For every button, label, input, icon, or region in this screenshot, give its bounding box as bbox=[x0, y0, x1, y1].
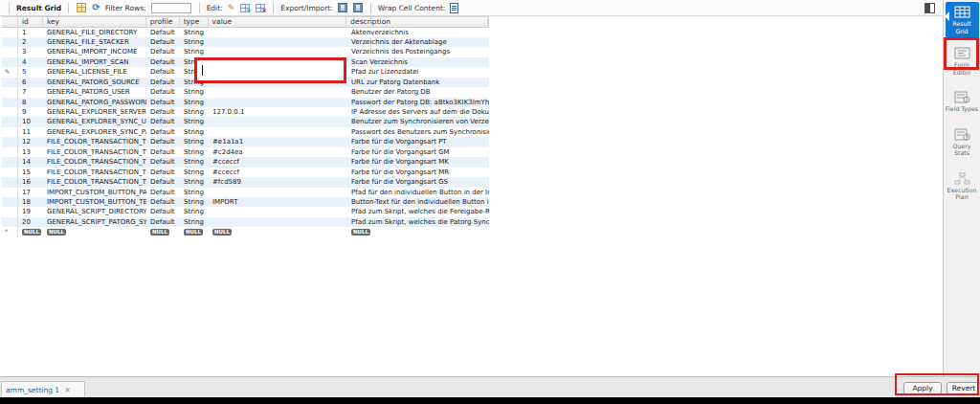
cell-key[interactable]: GENERAL_SCRIPT_PATORG_SYN... bbox=[43, 217, 146, 227]
cell-id[interactable]: 7 bbox=[18, 87, 43, 97]
cell-key[interactable]: FILE_COLOR_TRANSACTION_TY... bbox=[43, 177, 146, 187]
cell-type[interactable]: String bbox=[180, 137, 209, 146]
cell-profile[interactable]: Default bbox=[146, 117, 180, 126]
cell-description[interactable]: Verzeichnis der Aktenablage bbox=[347, 37, 489, 47]
cell-value[interactable]: #cceccf bbox=[209, 157, 347, 167]
cell-description[interactable]: Farbe für die Vorgangsart PT bbox=[347, 137, 489, 146]
cell-description[interactable]: Farbe für die Vorgangsart MR bbox=[347, 168, 489, 177]
table-row[interactable]: 9 GENERAL_EXPLORER_SERVER_IP Default Str… bbox=[2, 107, 489, 117]
cell-key[interactable]: GENERAL_PATORG_SOURCE bbox=[43, 78, 146, 87]
cell-profile[interactable]: Default bbox=[146, 127, 180, 137]
cell-description[interactable]: Benutzer zum Synchronisieren von Verzeic… bbox=[347, 117, 489, 126]
delete-row-icon[interactable]: × bbox=[256, 4, 265, 12]
result-tab-amm-setting[interactable]: amm_setting 1 × bbox=[1, 381, 85, 398]
cell-profile[interactable]: Default bbox=[146, 107, 180, 117]
cell-type[interactable]: String bbox=[180, 117, 209, 126]
column-header-value[interactable]: value bbox=[209, 17, 347, 27]
edit-cell-icon[interactable]: ✎ bbox=[228, 3, 235, 12]
cell-id[interactable]: 11 bbox=[18, 127, 43, 137]
cell-id[interactable]: 4 bbox=[18, 57, 43, 67]
cell-value[interactable] bbox=[209, 98, 347, 107]
cell-profile[interactable]: Default bbox=[146, 98, 180, 107]
cell-profile[interactable]: Default bbox=[146, 47, 180, 56]
cell-description[interactable]: IP Adresse des Servers auf dem die Dokum… bbox=[347, 107, 489, 117]
wrap-cell-content-icon[interactable] bbox=[450, 3, 458, 13]
cell-id[interactable]: 19 bbox=[18, 207, 43, 216]
cell-id[interactable]: NULL bbox=[18, 227, 43, 236]
cell-description[interactable]: Button-Text für den individuellen Button… bbox=[347, 197, 489, 207]
cell-value[interactable] bbox=[209, 127, 347, 137]
table-row[interactable]: 17 IMPORT_CUSTOM_BUTTON_PATH Default Str… bbox=[2, 188, 489, 197]
cell-profile[interactable]: NULL bbox=[146, 227, 180, 236]
table-row[interactable]: 2 GENERAL_FILE_STACKER Default String Ve… bbox=[2, 37, 489, 47]
table-row[interactable]: 13 FILE_COLOR_TRANSACTION_TY... Default … bbox=[2, 147, 489, 157]
cell-description[interactable]: Pfad zur Lizenzdatei bbox=[347, 67, 489, 77]
column-header-type[interactable]: type bbox=[180, 17, 209, 27]
cell-profile[interactable]: Default bbox=[146, 177, 180, 187]
cell-profile[interactable]: Default bbox=[146, 137, 180, 146]
cell-id[interactable]: 13 bbox=[18, 147, 43, 157]
cell-key[interactable]: GENERAL_EXPLORER_SYNC_PAS... bbox=[43, 127, 146, 137]
cell-type[interactable]: String bbox=[180, 188, 209, 197]
table-row[interactable]: 10 GENERAL_EXPLORER_SYNC_USER Default St… bbox=[2, 117, 489, 126]
cell-key[interactable]: IMPORT_CUSTOM_BUTTON_PATH bbox=[43, 188, 146, 197]
cell-id[interactable]: 3 bbox=[18, 47, 43, 56]
cell-description[interactable]: URL zur Patorg Datenbank bbox=[347, 78, 489, 87]
cell-description[interactable]: Farbe für die Vorgangsart GM bbox=[347, 147, 489, 157]
value-cell-editor[interactable] bbox=[194, 57, 346, 83]
export-recordset-icon[interactable] bbox=[338, 3, 347, 12]
column-header-id[interactable]: id bbox=[18, 17, 43, 27]
sidebar-item-result-grid[interactable]: Result Grid bbox=[946, 2, 979, 38]
cell-profile[interactable]: Default bbox=[146, 78, 180, 87]
cell-value[interactable]: #c2d4ea bbox=[209, 147, 347, 157]
table-row[interactable]: 16 FILE_COLOR_TRANSACTION_TY... Default … bbox=[2, 177, 489, 187]
cell-profile[interactable]: Default bbox=[146, 28, 180, 37]
cell-key[interactable]: GENERAL_IMPORT_INCOME bbox=[43, 47, 146, 56]
table-row[interactable]: * NULL NULL NULL NULL NULL NULL bbox=[2, 227, 489, 236]
cell-key[interactable]: GENERAL_EXPLORER_SYNC_USER bbox=[43, 117, 146, 126]
cell-description[interactable]: Aktenverzeichnis bbox=[347, 28, 489, 37]
cell-value[interactable]: IMPORT bbox=[209, 197, 347, 207]
cell-type[interactable]: String bbox=[180, 147, 209, 157]
cell-id[interactable]: 14 bbox=[18, 157, 43, 167]
cell-profile[interactable]: Default bbox=[146, 197, 180, 207]
filter-rows-input[interactable] bbox=[151, 3, 191, 13]
table-row[interactable]: 19 GENERAL_SCRIPT_DIRECTORY_... Default … bbox=[2, 207, 489, 216]
cell-value[interactable]: #cceccf bbox=[209, 168, 347, 177]
cell-value[interactable] bbox=[209, 217, 347, 227]
refresh-icon[interactable]: ⟳ bbox=[92, 3, 100, 12]
cell-type[interactable]: String bbox=[180, 127, 209, 137]
table-row[interactable]: 20 GENERAL_SCRIPT_PATORG_SYN... Default … bbox=[2, 217, 489, 227]
cell-value[interactable]: NULL bbox=[209, 227, 347, 236]
cell-type[interactable]: String bbox=[180, 207, 209, 216]
cell-id[interactable]: 5 bbox=[18, 67, 43, 77]
cell-profile[interactable]: Default bbox=[146, 37, 180, 47]
cell-key[interactable]: GENERAL_PATORG_USER bbox=[43, 87, 146, 97]
column-header-description[interactable]: description bbox=[346, 17, 488, 27]
import-records-icon[interactable] bbox=[353, 3, 363, 12]
cell-profile[interactable]: Default bbox=[146, 67, 180, 77]
cell-key[interactable]: FILE_COLOR_TRANSACTION_TY... bbox=[43, 137, 146, 146]
cell-profile[interactable]: Default bbox=[146, 57, 180, 67]
cell-description[interactable]: Pfad zum Skript, welches die Patorg Sync… bbox=[347, 217, 489, 227]
table-row[interactable]: 11 GENERAL_EXPLORER_SYNC_PAS... Default … bbox=[2, 127, 489, 137]
table-row[interactable]: 1 GENERAL_FILE_DIRECTORY Default String … bbox=[2, 28, 489, 37]
cell-value[interactable] bbox=[209, 207, 347, 216]
cell-description[interactable]: Benutzer der Patorg DB bbox=[347, 87, 489, 97]
column-header-profile[interactable]: profile bbox=[146, 17, 180, 27]
cell-key[interactable]: GENERAL_SCRIPT_DIRECTORY_... bbox=[43, 207, 146, 216]
cell-value[interactable]: #fcd589 bbox=[209, 177, 347, 187]
cell-value[interactable]: #e1a1a1 bbox=[209, 137, 347, 146]
sidebar-item-field-types[interactable]: Field Types bbox=[944, 88, 980, 117]
table-row[interactable]: 8 GENERAL_PATORG_PASSWORD Default String… bbox=[2, 98, 489, 107]
cell-description[interactable]: Pfad zum Skript, welches die Fereigabe-R… bbox=[347, 207, 489, 216]
cell-id[interactable]: 12 bbox=[18, 137, 43, 146]
cell-type[interactable]: String bbox=[180, 197, 209, 207]
cell-type[interactable]: NULL bbox=[180, 227, 209, 236]
cell-description[interactable]: Scan Verzeichnis bbox=[347, 57, 489, 67]
cell-key[interactable]: IMPORT_CUSTOM_BUTTON_TEXT bbox=[43, 197, 146, 207]
cell-description[interactable]: Pfad für den individuellen Button in der… bbox=[347, 188, 489, 197]
sidebar-item-execution-plan[interactable]: Execution Plan bbox=[944, 169, 980, 205]
cell-profile[interactable]: Default bbox=[146, 168, 180, 177]
cell-id[interactable]: 8 bbox=[18, 98, 43, 107]
